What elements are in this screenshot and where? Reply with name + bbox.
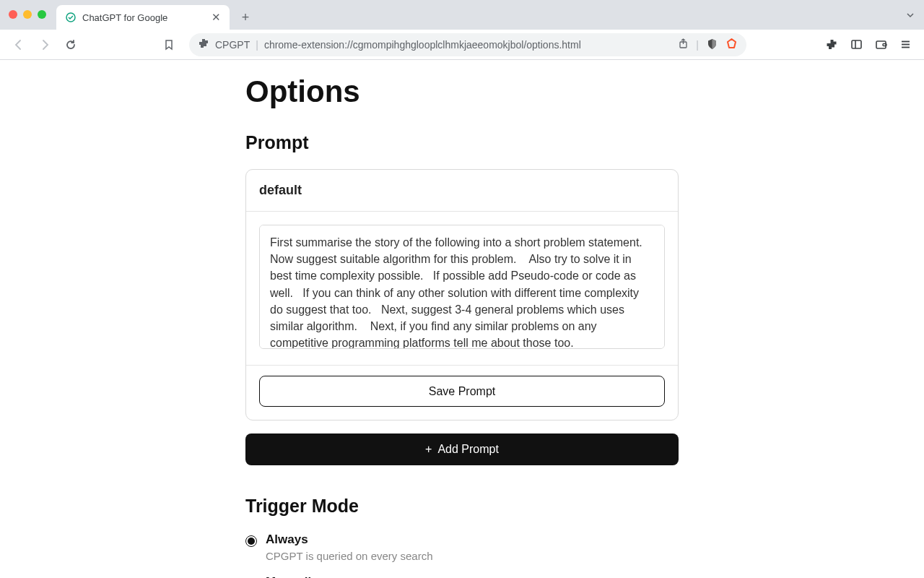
share-icon[interactable]	[678, 38, 689, 51]
address-divider-2: |	[696, 39, 699, 51]
page-title: Options	[245, 74, 679, 109]
radio-label: Always	[266, 532, 433, 547]
prompt-textarea[interactable]	[259, 225, 665, 349]
close-tab-icon[interactable]: ✕	[212, 11, 221, 24]
plus-icon: +	[425, 443, 432, 456]
brave-icon[interactable]	[725, 38, 738, 52]
svg-rect-4	[876, 41, 886, 48]
new-tab-button[interactable]: +	[235, 7, 256, 27]
svg-rect-2	[852, 40, 861, 48]
forward-button[interactable]	[33, 33, 56, 56]
maximize-window-button[interactable]	[38, 10, 46, 19]
extensions-icon[interactable]	[820, 33, 843, 56]
prompt-card-header: default	[246, 170, 678, 212]
wallet-icon[interactable]	[869, 33, 892, 56]
extension-label: CPGPT	[215, 39, 250, 51]
prompt-card: default Save Prompt	[245, 169, 679, 420]
reload-button[interactable]	[59, 33, 82, 56]
window-controls	[9, 10, 46, 19]
sidebar-icon[interactable]	[845, 33, 868, 56]
radio-icon	[245, 535, 257, 547]
radio-label: Manually	[266, 575, 318, 578]
trigger-radio-group: Always CPGPT is queried on every search …	[245, 532, 679, 578]
radio-description: CPGPT is queried on every search	[266, 550, 433, 562]
url-text: chrome-extension://cgmompihghglooplclhmk…	[264, 39, 672, 51]
menu-icon[interactable]	[894, 33, 917, 56]
close-window-button[interactable]	[9, 10, 17, 19]
add-prompt-button[interactable]: + Add Prompt	[245, 434, 679, 465]
browser-tab[interactable]: ChatGPT for Google ✕	[56, 5, 230, 30]
browser-tab-bar: ChatGPT for Google ✕ +	[0, 0, 924, 30]
back-button[interactable]	[7, 33, 30, 56]
browser-toolbar: CPGPT | chrome-extension://cgmompihghglo…	[0, 30, 924, 60]
page-content: Options Prompt default Save Prompt + Add…	[0, 60, 924, 578]
trigger-option-always[interactable]: Always CPGPT is queried on every search	[245, 532, 679, 562]
tab-title: ChatGPT for Google	[82, 12, 167, 23]
minimize-window-button[interactable]	[23, 10, 32, 19]
address-bar[interactable]: CPGPT | chrome-extension://cgmompihghglo…	[189, 33, 746, 56]
tab-favicon	[65, 12, 77, 23]
prompt-section-title: Prompt	[245, 132, 679, 153]
address-divider: |	[256, 39, 258, 51]
save-prompt-button[interactable]: Save Prompt	[259, 376, 665, 407]
shield-icon[interactable]	[706, 38, 718, 51]
bookmark-button[interactable]	[157, 33, 180, 56]
add-prompt-label: Add Prompt	[437, 443, 498, 456]
tabs-dropdown-icon[interactable]	[905, 10, 915, 23]
prompt-name: default	[259, 183, 665, 198]
extension-icon	[198, 38, 209, 51]
trigger-section-title: Trigger Mode	[245, 496, 679, 517]
trigger-option-manually[interactable]: Manually	[245, 575, 679, 578]
